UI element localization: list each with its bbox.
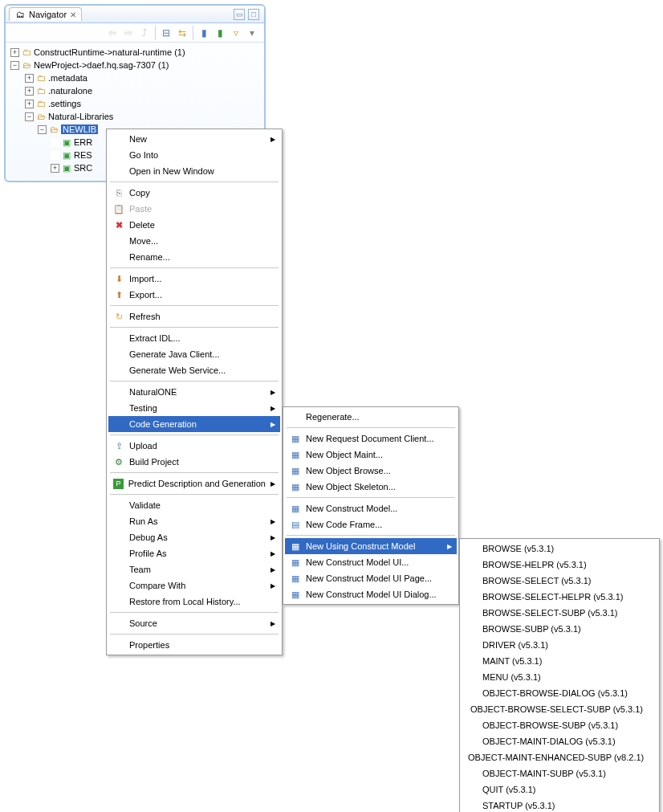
filter2-icon[interactable]: ▮	[213, 26, 227, 40]
menu-refresh[interactable]: ↻Refresh	[108, 308, 280, 324]
tree-label: RES	[74, 150, 92, 160]
menu-model-option[interactable]: BROWSE-SELECT-SUBP (v5.3.1)	[462, 605, 657, 621]
menu-copy[interactable]: ⎘Copy	[108, 185, 280, 201]
menu-new[interactable]: New	[108, 131, 280, 147]
tree-item[interactable]: + 🗀 ConstructRuntime->natural-runtime (1…	[10, 46, 259, 59]
menu-new-request-doc[interactable]: ▦New Request Document Client...	[285, 430, 457, 447]
expand-icon[interactable]: +	[51, 164, 59, 173]
menu-regenerate[interactable]: Regenerate...	[285, 409, 457, 425]
menu-delete[interactable]: ✖Delete	[108, 217, 280, 233]
menu-model-option[interactable]: OBJECT-MAINT-ENHANCED-SUBP (v8.2.1)	[462, 749, 657, 765]
separator	[110, 634, 279, 635]
menu-import[interactable]: ⬇Import...	[108, 271, 280, 287]
maximize-icon[interactable]: □	[248, 9, 259, 20]
menu-model-option[interactable]: OBJECT-MAINT-DIALOG (v5.3.1)	[462, 733, 657, 749]
expand-icon[interactable]: +	[25, 87, 34, 96]
separator	[287, 427, 455, 428]
collapse-all-icon[interactable]: ⊟	[159, 26, 173, 40]
menu-gen-web[interactable]: Generate Web Service...	[108, 362, 280, 378]
menu-predict[interactable]: PPredict Description and Generation	[108, 475, 280, 492]
menu-extract-idl[interactable]: Extract IDL...	[108, 330, 280, 346]
menu-model-option[interactable]: OBJECT-MAINT-SUBP (v5.3.1)	[462, 765, 657, 781]
menu-validate[interactable]: Validate	[108, 497, 280, 513]
project-icon: 🗀	[21, 47, 32, 57]
menu-testing[interactable]: Testing	[108, 400, 280, 416]
menu-model-option[interactable]: MAINT (v5.3.1)	[462, 653, 657, 669]
view-menu-icon[interactable]: ▾	[245, 26, 259, 40]
upload-icon: ⇪	[112, 439, 126, 452]
menu-paste: 📋Paste	[108, 201, 280, 217]
menu-model-option[interactable]: BROWSE (v5.3.1)	[462, 541, 657, 557]
menu-model-option[interactable]: STARTUP (v5.3.1)	[462, 798, 657, 812]
menu-gen-java[interactable]: Generate Java Client...	[108, 346, 280, 362]
menu-export[interactable]: ⬆Export...	[108, 287, 280, 303]
expand-icon[interactable]: +	[25, 74, 34, 83]
menu-restore[interactable]: Restore from Local History...	[108, 594, 280, 610]
menu-debug-as[interactable]: Debug As	[108, 529, 280, 545]
menu-model-option[interactable]: OBJECT-BROWSE-SUBP (v5.3.1)	[462, 717, 657, 733]
menu-new-obj-skeleton[interactable]: ▦New Object Skeleton...	[285, 479, 457, 495]
separator	[110, 381, 279, 382]
menu-go-into[interactable]: Go Into	[108, 147, 280, 163]
collapse-icon[interactable]: −	[38, 125, 47, 134]
menu-source[interactable]: Source	[108, 615, 280, 631]
model-icon: ▦	[288, 432, 303, 445]
menu-model-option[interactable]: BROWSE-SELECT-HELPR (v5.3.1)	[462, 589, 657, 605]
menu-model-option[interactable]: BROWSE-SELECT (v5.3.1)	[462, 573, 657, 589]
menu-new-construct-ui-dialog[interactable]: ▦New Construct Model UI Dialog...	[285, 586, 457, 602]
forward-icon[interactable]: ⇨	[121, 26, 136, 40]
close-icon[interactable]: ✕	[70, 10, 76, 19]
menu-code-generation[interactable]: Code Generation	[108, 416, 280, 432]
menu-properties[interactable]: Properties	[108, 637, 280, 653]
tree-item[interactable]: + 🗀 .metadata	[10, 71, 259, 84]
menu-profile-as[interactable]: Profile As	[108, 545, 280, 561]
menu-compare[interactable]: Compare With	[108, 577, 280, 594]
menu-new-obj-maint[interactable]: ▦New Object Maint...	[285, 447, 457, 463]
menu-open-new-window[interactable]: Open in New Window	[108, 163, 280, 179]
menu-upload[interactable]: ⇪Upload	[108, 438, 280, 454]
collapse-icon[interactable]: −	[25, 112, 34, 121]
collapse-icon[interactable]: −	[10, 61, 19, 70]
tab-title: Navigator	[29, 10, 67, 19]
expand-icon[interactable]: +	[25, 100, 34, 108]
separator	[110, 494, 279, 495]
menu-rename[interactable]: Rename...	[108, 249, 280, 265]
tree-item[interactable]: + 🗀 .naturalone	[10, 84, 259, 97]
menu-model-option[interactable]: QUIT (v5.3.1)	[462, 781, 657, 798]
menu-model-option[interactable]: DRIVER (v5.3.1)	[462, 637, 657, 653]
tree-item[interactable]: + 🗀 .settings	[10, 97, 259, 110]
menu-team[interactable]: Team	[108, 561, 280, 577]
menu-new-construct-model[interactable]: ▦New Construct Model...	[285, 500, 457, 516]
minimize-icon[interactable]: ▭	[234, 9, 245, 20]
back-icon[interactable]: ⇦	[105, 26, 120, 40]
model-icon: ▦	[288, 540, 303, 553]
menu-build[interactable]: ⚙Build Project	[108, 454, 280, 470]
expand-icon[interactable]: +	[10, 48, 19, 57]
menu-run-as[interactable]: Run As	[108, 513, 280, 529]
menu-model-option[interactable]: MENU (v5.3.1)	[462, 669, 657, 685]
menu-model-option[interactable]: OBJECT-BROWSE-SELECT-SUBP (v5.3.1)	[462, 701, 657, 717]
menu-model-option[interactable]: OBJECT-BROWSE-DIALOG (v5.3.1)	[462, 685, 657, 701]
menu-new-construct-ui[interactable]: ▦New Construct Model UI...	[285, 554, 457, 570]
menu-new-using-construct[interactable]: ▦New Using Construct Model	[285, 538, 457, 554]
delete-icon: ✖	[112, 218, 126, 231]
navigator-tab[interactable]: 🗂 Navigator ✕	[9, 7, 82, 21]
separator	[110, 305, 279, 306]
menu-move[interactable]: Move...	[108, 233, 280, 249]
menu-naturalone[interactable]: NaturalONE	[108, 384, 280, 400]
link-editor-icon[interactable]: ⇆	[175, 26, 189, 40]
blank	[51, 138, 59, 147]
tree-item[interactable]: − 🗁 NewProject->daef.hq.sag-7307 (1)	[10, 59, 259, 71]
menu-model-option[interactable]: BROWSE-SUBP (v5.3.1)	[462, 621, 657, 637]
menu-new-code-frame[interactable]: ▤New Code Frame...	[285, 516, 457, 532]
separator	[110, 327, 279, 328]
export-icon: ⬆	[112, 288, 126, 301]
up-icon[interactable]: ⤴	[137, 26, 152, 40]
menu-icon[interactable]: ▿	[229, 26, 243, 40]
menu-new-obj-browse[interactable]: ▦New Object Browse...	[285, 463, 457, 479]
filter-icon[interactable]: ▮	[197, 26, 211, 40]
separator	[155, 26, 156, 40]
menu-model-option[interactable]: BROWSE-HELPR (v5.3.1)	[462, 557, 657, 573]
menu-new-construct-ui-page[interactable]: ▦New Construct Model UI Page...	[285, 570, 457, 586]
tree-item[interactable]: − 🗁 Natural-Libraries	[10, 110, 259, 123]
